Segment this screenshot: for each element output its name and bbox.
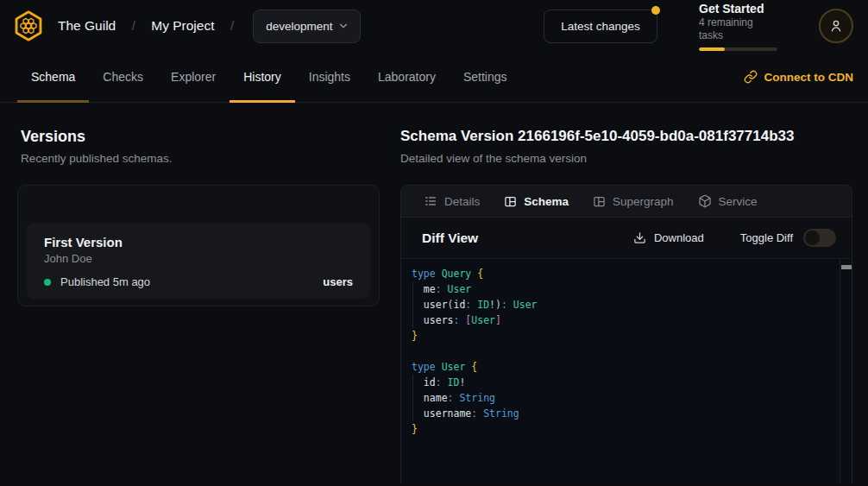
detail-tab-label: Supergraph bbox=[613, 195, 674, 208]
version-status-text: Published 5m ago bbox=[60, 275, 150, 288]
detail-tab-label: Schema bbox=[524, 195, 569, 208]
schema-code-viewer: type Query { me: User user(id: ID!): Use… bbox=[401, 258, 852, 483]
list-icon bbox=[424, 194, 437, 208]
schema-detail-container: Details Schema bbox=[400, 185, 852, 483]
nav-tab-label: Laboratory bbox=[378, 70, 436, 84]
schema-version-panel: Schema Version 2166196f-5e10-4059-bd0a-0… bbox=[400, 127, 852, 486]
code-scrollbar[interactable] bbox=[840, 259, 852, 483]
version-name: First Version bbox=[44, 234, 353, 250]
nav-tab-schema[interactable]: Schema bbox=[17, 52, 89, 102]
versions-list-card: First Version John Doe Published 5m ago … bbox=[17, 185, 380, 306]
nav-tab-label: Schema bbox=[31, 70, 75, 84]
hive-logo-icon[interactable] bbox=[12, 9, 45, 42]
detail-tab-details[interactable]: Details bbox=[424, 194, 480, 208]
connect-cdn-link[interactable]: Connect to CDN bbox=[744, 52, 854, 102]
breadcrumb-separator: / bbox=[230, 18, 234, 33]
user-icon bbox=[827, 17, 845, 35]
diff-view-title: Diff View bbox=[422, 230, 478, 246]
versions-title: Versions bbox=[21, 127, 380, 146]
link-icon bbox=[744, 70, 758, 84]
nav-tab-label: Insights bbox=[309, 70, 350, 84]
environment-selector-value: development bbox=[266, 20, 332, 33]
versions-subtitle: Recently published schemas. bbox=[21, 151, 380, 167]
environment-selector[interactable]: development bbox=[253, 9, 361, 43]
nav-tab-explorer[interactable]: Explorer bbox=[157, 52, 230, 102]
columns-icon bbox=[504, 195, 517, 208]
version-list-item[interactable]: First Version John Doe Published 5m ago … bbox=[27, 223, 370, 299]
nav-tab-history[interactable]: History bbox=[230, 52, 295, 102]
app-root: The Guild / My Project / development Lat… bbox=[0, 0, 868, 486]
nav-tab-insights[interactable]: Insights bbox=[295, 52, 364, 102]
nav-tab-label: Explorer bbox=[171, 70, 216, 84]
version-service-name: users bbox=[323, 275, 353, 288]
schema-version-subtitle: Detailed view of the schema version bbox=[400, 151, 852, 167]
connect-cdn-label: Connect to CDN bbox=[764, 71, 854, 84]
published-status-dot bbox=[44, 279, 51, 286]
toggle-diff-label: Toggle Diff bbox=[740, 231, 793, 244]
breadcrumb: The Guild / My Project / bbox=[58, 18, 246, 34]
version-status-row: Published 5m ago users bbox=[44, 275, 353, 288]
breadcrumb-project[interactable]: My Project bbox=[151, 18, 214, 33]
nav-tab-checks[interactable]: Checks bbox=[89, 52, 157, 102]
main-nav-tabs: Schema Checks Explorer History Insights … bbox=[17, 52, 521, 102]
header: The Guild / My Project / development Lat… bbox=[0, 0, 868, 52]
avatar-button[interactable] bbox=[819, 9, 853, 43]
detail-tab-service[interactable]: Service bbox=[698, 194, 758, 208]
chevron-down-icon bbox=[337, 20, 349, 32]
schema-version-title: Schema Version 2166196f-5e10-4059-bd0a-0… bbox=[400, 127, 852, 146]
notification-dot bbox=[651, 6, 660, 15]
get-started-subtitle: 4 remaining tasks bbox=[699, 16, 777, 42]
detail-tabs: Details Schema bbox=[401, 186, 852, 218]
breadcrumb-org[interactable]: The Guild bbox=[58, 18, 116, 33]
cube-icon bbox=[698, 194, 712, 208]
get-started-title: Get Started bbox=[699, 1, 777, 16]
columns-icon bbox=[593, 195, 606, 208]
detail-tab-supergraph[interactable]: Supergraph bbox=[593, 195, 674, 208]
nav-tab-label: Settings bbox=[463, 70, 507, 84]
code-scrollbar-thumb[interactable] bbox=[841, 265, 852, 269]
breadcrumb-separator: / bbox=[132, 18, 135, 33]
get-started-widget[interactable]: Get Started 4 remaining tasks bbox=[699, 1, 777, 51]
nav-tab-label: Checks bbox=[103, 70, 143, 84]
detail-tab-label: Service bbox=[719, 195, 758, 208]
download-button[interactable]: Download bbox=[633, 231, 704, 244]
main-content: Versions Recently published schemas. Fir… bbox=[0, 103, 868, 486]
versions-panel: Versions Recently published schemas. Fir… bbox=[17, 127, 380, 486]
latest-changes-label: Latest changes bbox=[561, 20, 640, 33]
nav-tab-settings[interactable]: Settings bbox=[450, 52, 521, 102]
code-content[interactable]: type Query { me: User user(id: ID!): Use… bbox=[401, 259, 840, 483]
toggle-diff-knob bbox=[805, 230, 820, 245]
main-nav: Schema Checks Explorer History Insights … bbox=[0, 52, 868, 103]
download-label: Download bbox=[654, 231, 704, 244]
nav-tab-laboratory[interactable]: Laboratory bbox=[364, 52, 450, 102]
latest-changes-button[interactable]: Latest changes bbox=[544, 9, 657, 43]
toggle-diff-control: Toggle Diff bbox=[740, 229, 836, 247]
detail-tab-label: Details bbox=[444, 195, 480, 208]
toggle-diff-switch[interactable] bbox=[803, 229, 836, 247]
download-icon bbox=[633, 231, 646, 244]
diff-view-toolbar: Diff View Download Toggle Diff bbox=[401, 218, 852, 258]
nav-tab-label: History bbox=[243, 70, 281, 84]
brand-area: The Guild / My Project / development bbox=[12, 9, 361, 43]
get-started-progress-fill bbox=[699, 47, 725, 51]
detail-tab-schema[interactable]: Schema bbox=[504, 195, 569, 208]
version-author: John Doe bbox=[44, 251, 353, 266]
get-started-progressbar bbox=[699, 47, 777, 51]
